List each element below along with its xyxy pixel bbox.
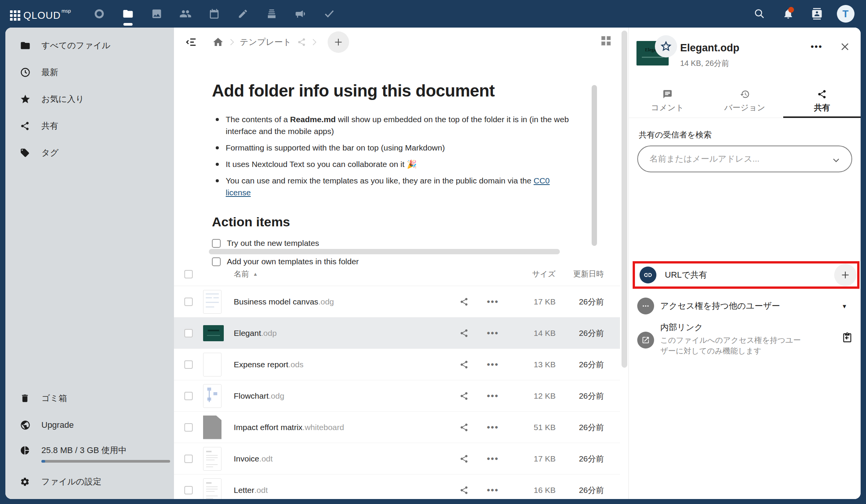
sidebar-item-label: 共有 — [41, 120, 58, 132]
files-app-icon[interactable] — [113, 0, 142, 28]
file-size: 16 KB — [510, 486, 556, 495]
tag-icon — [20, 148, 31, 158]
row-actions-icon[interactable]: ••• — [475, 391, 510, 401]
row-share-icon[interactable] — [453, 486, 475, 495]
file-checkbox[interactable] — [184, 298, 193, 306]
calendar-app-icon[interactable] — [200, 0, 228, 28]
file-name[interactable]: Expense report.ods — [234, 360, 453, 369]
file-checkbox[interactable] — [184, 329, 193, 337]
file-row[interactable]: Flowchart.odg ••• 12 KB 26分前 — [174, 380, 620, 412]
breadcrumb-share-icon[interactable] — [297, 38, 306, 47]
file-row[interactable]: Expense report.ods ••• 13 KB 26分前 — [174, 349, 620, 380]
sidebar-item-recent[interactable]: 最新 — [5, 59, 174, 86]
sidebar-item-files-settings[interactable]: ファイルの設定 — [5, 468, 174, 495]
row-actions-icon[interactable]: ••• — [475, 328, 510, 339]
sidebar-item-all-files[interactable]: すべてのファイル — [5, 32, 174, 59]
file-name[interactable]: Business model canvas.odg — [234, 297, 453, 306]
sidebar-item-tags[interactable]: タグ — [5, 139, 174, 166]
panel-actions-icon[interactable]: ••• — [807, 38, 826, 56]
file-checkbox[interactable] — [184, 486, 193, 494]
row-share-icon[interactable] — [453, 297, 475, 306]
file-name[interactable]: Flowchart.odg — [234, 391, 453, 401]
others-access-icon — [637, 298, 654, 314]
row-share-icon[interactable] — [453, 329, 475, 338]
row-actions-icon[interactable]: ••• — [475, 296, 510, 307]
collapse-sidebar-icon[interactable] — [186, 37, 197, 47]
app-logo[interactable]: QLOUD msp — [10, 7, 71, 21]
notifications-bell-icon[interactable] — [774, 0, 802, 28]
size-column-header[interactable]: サイズ — [510, 269, 556, 279]
internal-link-row[interactable]: 内部リンク このファイルへのアクセス権を持つユーザーに対してのみ機能します — [637, 322, 853, 356]
file-name[interactable]: Letter.odt — [234, 486, 453, 495]
logo-grid-icon — [10, 10, 20, 21]
main-scrollbar[interactable] — [622, 31, 627, 368]
sidebar-item-favorites[interactable]: お気に入り — [5, 86, 174, 113]
file-name[interactable]: Elegant.odp — [234, 329, 453, 338]
horizontal-scrollbar[interactable] — [209, 249, 560, 254]
file-size: 13 KB — [510, 360, 556, 369]
todo-checkbox[interactable] — [212, 239, 221, 248]
row-share-icon[interactable] — [453, 391, 475, 401]
select-all-checkbox[interactable] — [184, 270, 193, 278]
tasks-app-icon[interactable] — [315, 0, 343, 28]
row-share-icon[interactable] — [453, 454, 475, 463]
tab-sharing[interactable]: 共有 — [783, 84, 861, 118]
file-checkbox[interactable] — [184, 423, 193, 432]
file-checkbox[interactable] — [184, 455, 193, 463]
tab-comments[interactable]: コメント — [629, 84, 706, 118]
sort-ascending-icon: ▲ — [253, 271, 258, 277]
file-row[interactable]: Impact effort matrix.whiteboard ••• 51 K… — [174, 412, 620, 443]
row-share-icon[interactable] — [453, 423, 475, 432]
circle-app-icon[interactable] — [85, 0, 113, 28]
row-actions-icon[interactable]: ••• — [475, 359, 510, 370]
row-actions-icon[interactable]: ••• — [475, 453, 510, 464]
row-share-icon[interactable] — [453, 360, 475, 369]
file-row[interactable]: Invoice.odt ••• 17 KB 26分前 — [174, 443, 620, 475]
row-actions-icon[interactable]: ••• — [475, 485, 510, 496]
file-modified: 26分前 — [556, 453, 620, 464]
annotation-highlight-box: URLで共有 — [633, 261, 859, 289]
avatar[interactable]: T — [831, 0, 860, 28]
search-icon[interactable] — [745, 0, 774, 28]
tab-versions[interactable]: バージョン — [706, 84, 784, 118]
file-table-header: 名前 ▲ サイズ 更新日時 — [174, 262, 620, 286]
file-checkbox[interactable] — [184, 392, 193, 400]
readme-scrollbar[interactable] — [592, 85, 597, 246]
file-row[interactable]: Elegant.odp ••• 14 KB 26分前 — [174, 317, 620, 349]
row-actions-icon[interactable]: ••• — [475, 422, 510, 433]
sort-by-name-header[interactable]: 名前 ▲ — [234, 269, 453, 279]
file-row[interactable]: Letter.odt ••• 16 KB 26分前 — [174, 475, 620, 499]
contacts-menu-icon[interactable] — [802, 0, 831, 28]
grid-view-toggle-icon[interactable] — [601, 36, 611, 46]
share-search-label: 共有の受信者を検索 — [639, 129, 861, 140]
quota-block[interactable]: 25.8 MB / 3 GB 使用中 — [5, 439, 174, 468]
file-thumbnail — [203, 416, 221, 439]
panel-tabs: コメント バージョン 共有 — [629, 84, 861, 118]
external-link-icon — [637, 332, 654, 349]
announcements-app-icon[interactable] — [286, 0, 315, 28]
others-with-access-row[interactable]: アクセス権を持つ他のユーザー ▼ — [637, 293, 853, 319]
favorite-star-icon[interactable] — [655, 35, 677, 57]
sidebar-item-shares[interactable]: 共有 — [5, 113, 174, 139]
close-icon[interactable] — [836, 38, 854, 56]
file-name[interactable]: Invoice.odt — [234, 454, 453, 463]
contacts-app-icon[interactable] — [171, 0, 200, 28]
create-link-share-button[interactable] — [834, 264, 856, 286]
photos-app-icon[interactable] — [142, 0, 171, 28]
breadcrumb-folder[interactable]: テンプレート — [240, 36, 292, 48]
deck-app-icon[interactable] — [257, 0, 286, 28]
copy-internal-link-icon[interactable] — [842, 332, 853, 356]
clock-icon — [20, 67, 31, 78]
quota-pie-icon — [20, 445, 31, 455]
new-file-button[interactable] — [328, 31, 349, 53]
sidebar-item-trash[interactable]: ゴミ箱 — [5, 385, 174, 412]
notes-app-icon[interactable] — [228, 0, 257, 28]
home-icon[interactable] — [212, 36, 224, 48]
readme-bullet: You can use and remix the templates as y… — [212, 175, 570, 198]
file-name[interactable]: Impact effort matrix.whiteboard — [234, 423, 453, 432]
sidebar-item-upgrade[interactable]: Upgrade — [5, 412, 174, 439]
file-row[interactable]: Business model canvas.odg ••• 17 KB 26分前 — [174, 286, 620, 317]
share-recipient-input[interactable]: 名前またはメールアドレス... — [637, 146, 852, 172]
modified-column-header[interactable]: 更新日時 — [556, 269, 620, 279]
file-checkbox[interactable] — [184, 360, 193, 369]
